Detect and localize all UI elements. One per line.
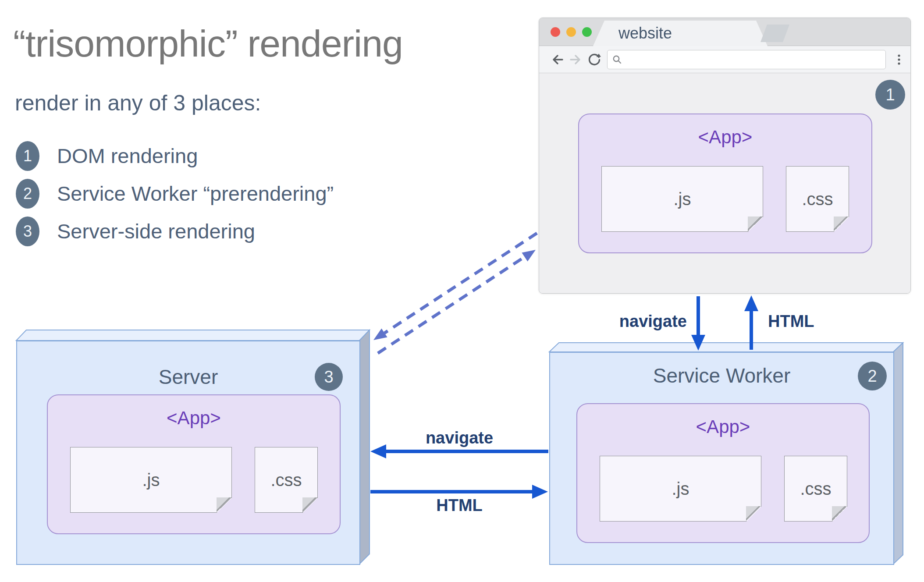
forward-icon[interactable] [569, 53, 583, 67]
step-badge-dom: 1 [875, 80, 905, 110]
browser-app-box: <App> .js .css [578, 114, 872, 253]
page-title: “trisomorphic” rendering [13, 21, 443, 66]
minimize-window-button[interactable] [566, 27, 576, 37]
zoom-window-button[interactable] [582, 27, 592, 37]
list-item-label: DOM rendering [57, 141, 198, 171]
menu-dots-icon[interactable] [892, 53, 906, 67]
trisomorphic-rendering-diagram: “trisomorphic” rendering render in any o… [0, 0, 924, 582]
app-component-label: <App> [48, 408, 340, 429]
list-item-label: Service Worker “prerendering” [57, 179, 334, 209]
arrow-label-navigate-left: navigate [394, 429, 525, 447]
app-component-label: <App> [577, 416, 869, 437]
browser-titlebar: website [539, 18, 910, 46]
js-file-icon: .js [601, 166, 763, 232]
service-worker-title: Service Worker [550, 365, 893, 387]
service-worker-box: Service Worker 2 <App> .js .css [549, 352, 894, 565]
server-app-box: <App> .js .css [47, 394, 341, 534]
browser-window: website [539, 18, 911, 294]
service-worker-app-box: <App> .js .css [576, 403, 870, 543]
list-bullet-2: 2 [16, 179, 39, 209]
list-bullet-3: 3 [16, 216, 39, 246]
refresh-icon[interactable] [587, 53, 601, 67]
back-icon[interactable] [550, 53, 564, 67]
new-tab-button[interactable] [761, 25, 789, 42]
browser-viewport: 1 <App> .js .css [539, 73, 910, 293]
css-file-icon: .css [786, 166, 849, 232]
page-subtitle: render in any of 3 places: [15, 90, 366, 116]
list-bullet-1: 1 [16, 141, 39, 171]
css-file-icon: .css [255, 447, 318, 513]
step-badge-server: 3 [315, 363, 343, 391]
arrow-label-navigate-down: navigate [561, 312, 687, 331]
css-file-icon: .css [784, 456, 847, 522]
arrow-label-html-right: HTML [394, 496, 525, 515]
list-item-label: Server-side rendering [57, 216, 255, 246]
server-box: Server 3 <App> .js .css [16, 341, 360, 565]
app-component-label: <App> [579, 127, 871, 148]
server-title: Server [17, 366, 359, 388]
js-file-icon: .js [600, 456, 761, 522]
browser-toolbar [539, 46, 910, 73]
url-bar[interactable] [607, 50, 886, 69]
js-file-icon: .js [70, 447, 232, 513]
url-input[interactable] [626, 53, 881, 67]
search-icon [612, 54, 622, 65]
step-badge-service-worker: 2 [858, 362, 887, 390]
browser-tab-website[interactable]: website [593, 21, 768, 46]
close-window-button[interactable] [551, 27, 560, 37]
arrow-label-html-up: HTML [768, 312, 814, 331]
